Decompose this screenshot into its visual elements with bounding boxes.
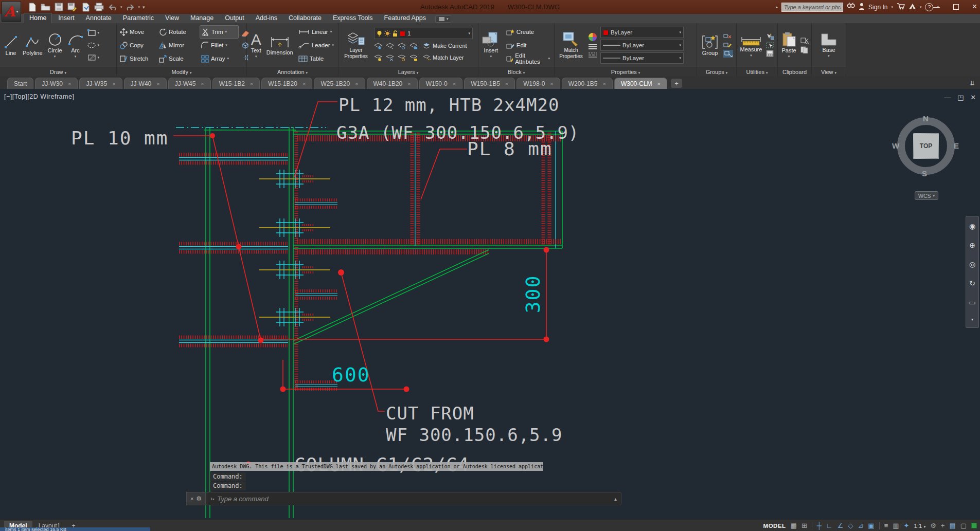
ungroup-icon[interactable]: [723, 33, 732, 40]
file-tab[interactable]: W150-1B5×: [464, 78, 515, 89]
showmotion-icon[interactable]: ▭: [969, 298, 975, 306]
viewcube[interactable]: N S W E TOP: [897, 117, 955, 175]
qat-customize-icon[interactable]: ▾: [142, 5, 145, 10]
command-close-icon[interactable]: ×: [190, 496, 193, 502]
redo-icon[interactable]: [125, 2, 136, 12]
base-button[interactable]: Base▾: [817, 24, 841, 66]
layer-lock-icon[interactable]: [409, 43, 418, 49]
file-tab-active[interactable]: W300-CLM×: [614, 78, 667, 89]
file-tab[interactable]: W25-1B20×: [314, 78, 365, 89]
measure-button[interactable]: Measure▾: [738, 24, 764, 66]
file-tab[interactable]: W198-0×: [516, 78, 560, 89]
undo-icon[interactable]: [107, 2, 118, 12]
file-tab[interactable]: W200-1B5×: [562, 78, 613, 89]
lineweight-select[interactable]: ByLayer▾: [600, 40, 684, 51]
graphics-status-icon[interactable]: [971, 523, 977, 528]
layer-select[interactable]: 1 ▾: [374, 28, 473, 39]
polyline-tool[interactable]: Polyline: [21, 24, 44, 66]
ribbon-tab-insert[interactable]: Insert: [53, 13, 79, 23]
color-wheel-icon[interactable]: [588, 32, 597, 42]
color-select[interactable]: ByLayer▾: [600, 27, 684, 38]
snap-icon[interactable]: ⊞: [801, 522, 807, 529]
file-tab[interactable]: JJ-W35×: [79, 78, 122, 89]
create-block-button[interactable]: Create: [504, 26, 551, 38]
open-folder-icon[interactable]: [40, 2, 51, 12]
viewport-controls[interactable]: [−][Top][2D Wireframe]: [4, 93, 74, 100]
arc-tool[interactable]: Arc▾: [66, 24, 85, 66]
command-customize-icon[interactable]: ⚙: [196, 495, 202, 502]
save-as-icon[interactable]: [67, 2, 78, 12]
rectangle-tool[interactable]: ▾: [87, 28, 100, 38]
new-drawing-tab-button[interactable]: +: [671, 79, 682, 88]
print-icon[interactable]: [94, 2, 104, 12]
pan-icon[interactable]: ⊕: [969, 241, 975, 249]
group-button[interactable]: Group: [699, 24, 721, 66]
ellipse-tool[interactable]: ▾: [87, 40, 100, 50]
panel-label-annotation[interactable]: Annotation ▾: [247, 67, 338, 76]
paste-button[interactable]: Paste▾: [779, 24, 798, 66]
osnap-icon[interactable]: ▣: [868, 522, 874, 529]
layer-off-icon[interactable]: [374, 43, 382, 49]
autodesk-app-icon[interactable]: [908, 3, 916, 12]
panel-label-view[interactable]: View ▾: [812, 67, 846, 76]
match-layer-button[interactable]: Match Layer: [421, 54, 466, 61]
group-edit-icon[interactable]: [723, 42, 732, 48]
edit-attributes-button[interactable]: Edit Attributes▾: [504, 52, 551, 65]
viewcube-west[interactable]: W: [892, 141, 899, 150]
redo-dropdown-icon[interactable]: ▾: [138, 5, 140, 9]
layer-freeze-all-icon[interactable]: [398, 54, 406, 61]
panel-label-groups[interactable]: Groups ▾: [697, 67, 736, 76]
file-tab[interactable]: JJ-W45×: [168, 78, 211, 89]
panel-label-layers[interactable]: Layers ▾: [338, 67, 478, 76]
cut-icon[interactable]: [800, 38, 809, 44]
stretch-tool[interactable]: Stretch: [118, 52, 155, 65]
maximize-button[interactable]: [953, 4, 959, 10]
move-tool[interactable]: Move: [118, 25, 155, 39]
drawing-minimize-button[interactable]: —: [944, 94, 951, 101]
save-icon[interactable]: [54, 2, 64, 12]
sign-in-dropdown-icon[interactable]: ▾: [891, 5, 893, 9]
drawing-close-button[interactable]: ✕: [970, 94, 976, 101]
array-tool[interactable]: Array▾: [200, 52, 239, 65]
ribbon-tab-addins[interactable]: Add-ins: [251, 13, 282, 23]
ribbon-tab-annotate[interactable]: Annotate: [81, 13, 117, 23]
sign-in-button[interactable]: Sign In: [868, 4, 887, 11]
workspace-gear-icon[interactable]: ⚙: [930, 522, 936, 529]
plot-icon[interactable]: [80, 2, 91, 12]
cart-icon[interactable]: [897, 3, 905, 12]
apps-dropdown-icon[interactable]: ▾: [920, 5, 922, 9]
search-input[interactable]: [781, 3, 843, 12]
panel-label-clipboard[interactable]: Clipboard: [778, 67, 811, 76]
circle-tool[interactable]: Circle▾: [45, 24, 65, 66]
model-space-button[interactable]: MODEL: [763, 523, 786, 529]
ribbon-tab-featuredapps[interactable]: Featured Apps: [379, 13, 431, 23]
panel-label-utilities[interactable]: Utilities ▾: [737, 67, 777, 76]
edit-block-button[interactable]: Edit: [504, 39, 551, 51]
viewcube-south[interactable]: S: [922, 169, 927, 178]
ribbon-tab-output[interactable]: Output: [220, 13, 250, 23]
layer-properties-button[interactable]: Layer Properties: [340, 24, 372, 66]
file-tab[interactable]: W15-1B2×: [212, 78, 260, 89]
ribbon-tab-parametric[interactable]: Parametric: [118, 13, 159, 23]
selection-cycling-icon[interactable]: ▥: [893, 522, 899, 529]
file-tab[interactable]: JJ-W30×: [35, 78, 78, 89]
quick-calculator-icon[interactable]: [766, 50, 774, 57]
search-expand-icon[interactable]: ▸: [776, 5, 778, 9]
file-tab[interactable]: W40-1B20×: [367, 78, 418, 89]
layer-thaw-icon[interactable]: [386, 54, 394, 61]
id-point-icon[interactable]: [766, 33, 775, 40]
navbar-menu-icon[interactable]: ▾: [971, 317, 973, 322]
panel-label-block[interactable]: Block ▾: [478, 67, 554, 76]
line-tool[interactable]: Line: [2, 24, 20, 66]
file-tab-start[interactable]: Start: [7, 78, 33, 89]
viewcube-top-face[interactable]: TOP: [913, 133, 939, 159]
clean-screen-icon[interactable]: ▢: [960, 522, 967, 529]
copy-clip-icon[interactable]: [800, 46, 809, 53]
linetype-list-icon[interactable]: [588, 52, 597, 58]
layer-isolate-icon[interactable]: [386, 43, 394, 49]
mirror-tool[interactable]: Mirror: [157, 39, 198, 52]
autocad-logo-button[interactable]: A ▾: [2, 1, 21, 22]
minimize-button[interactable]: —: [933, 3, 940, 11]
tab-overflow-icon[interactable]: ⇊: [970, 80, 975, 87]
close-button[interactable]: ×: [972, 2, 977, 11]
